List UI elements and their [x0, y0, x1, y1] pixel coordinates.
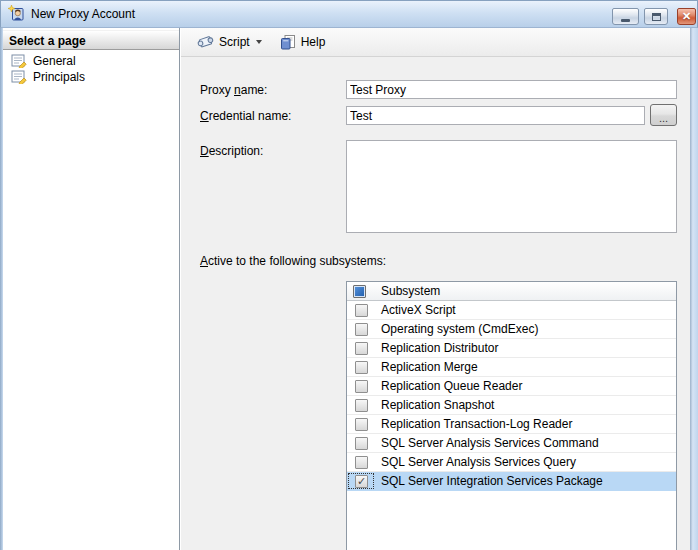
subsystem-label: Replication Transaction-Log Reader: [381, 417, 572, 431]
minimize-button[interactable]: [612, 8, 639, 25]
subsystem-checkbox-cell: [347, 415, 375, 433]
subsystem-label: Replication Merge: [381, 360, 478, 374]
subsystem-checkbox[interactable]: [355, 399, 368, 412]
subsystem-checkbox-cell: [347, 434, 375, 452]
script-icon: [196, 34, 214, 50]
subsystem-row[interactable]: ActiveX Script: [347, 301, 676, 320]
titlebar[interactable]: New Proxy Account: [0, 0, 698, 28]
subsystem-label: Replication Snapshot: [381, 398, 494, 412]
toolbar: Script Help: [181, 28, 690, 57]
page-selector-header: Select a page: [3, 30, 179, 50]
proxy-name-label: Proxy name:: [200, 83, 267, 97]
select-all-checkbox-cell: [347, 282, 375, 300]
subsystem-checkbox-cell: [347, 339, 375, 357]
subsystem-row[interactable]: Replication Merge: [347, 358, 676, 377]
subsystem-row[interactable]: ✓ SQL Server Integration Services Packag…: [347, 472, 676, 491]
sidebar-item-label: General: [33, 54, 76, 68]
credential-browse-button[interactable]: ...: [650, 104, 677, 126]
subsystem-row[interactable]: SQL Server Analysis Services Query: [347, 453, 676, 472]
close-icon: ✕: [682, 10, 691, 23]
subsystems-list: Subsystem ActiveX Script Operating syste…: [346, 281, 677, 550]
subsystem-row[interactable]: Replication Distributor: [347, 339, 676, 358]
subsystem-label: Replication Queue Reader: [381, 379, 522, 393]
subsystem-row[interactable]: SQL Server Analysis Services Command: [347, 434, 676, 453]
select-all-checkbox[interactable]: [353, 285, 366, 298]
subsystem-checkbox[interactable]: ✓: [355, 475, 368, 488]
subsystem-label: Operating system (CmdExec): [381, 322, 538, 336]
script-button[interactable]: Script: [190, 30, 268, 54]
page-icon: [11, 70, 27, 84]
subsystem-checkbox[interactable]: [355, 437, 368, 450]
script-dropdown-icon[interactable]: [256, 40, 262, 44]
help-icon: [280, 34, 296, 50]
subsystem-checkbox-cell: [347, 453, 375, 471]
sidebar-item-principals[interactable]: Principals: [3, 69, 179, 85]
maximize-icon: [652, 13, 661, 21]
page-selector-pane: Select a page General Principals: [3, 28, 180, 550]
subsystem-checkbox[interactable]: [355, 342, 368, 355]
window-border-right: [690, 28, 698, 550]
subsystem-checkbox[interactable]: [355, 361, 368, 374]
subsystem-checkbox[interactable]: [355, 323, 368, 336]
window-title: New Proxy Account: [31, 7, 135, 21]
subsystem-row[interactable]: Replication Queue Reader: [347, 377, 676, 396]
help-button[interactable]: Help: [274, 30, 332, 54]
proxy-name-input[interactable]: [346, 80, 677, 99]
subsystem-label: SQL Server Analysis Services Query: [381, 455, 576, 469]
subsystem-label: SQL Server Integration Services Package: [381, 474, 603, 488]
subsystem-column-header[interactable]: Subsystem: [381, 284, 440, 298]
subsystem-checkbox-cell: ✓: [347, 472, 375, 490]
subsystems-list-body: ActiveX Script Operating system (CmdExec…: [347, 301, 676, 491]
subsystem-row[interactable]: Operating system (CmdExec): [347, 320, 676, 339]
minimize-icon: [621, 19, 630, 22]
credential-name-label: Credential name:: [200, 109, 291, 123]
help-button-label: Help: [301, 35, 326, 49]
subsystem-checkbox[interactable]: [355, 304, 368, 317]
sidebar-item-general[interactable]: General: [3, 53, 179, 69]
description-textarea[interactable]: [346, 140, 677, 233]
subsystem-checkbox-cell: [347, 396, 375, 414]
subsystem-checkbox-cell: [347, 377, 375, 395]
subsystem-row[interactable]: Replication Snapshot: [347, 396, 676, 415]
subsystem-checkbox[interactable]: [355, 380, 368, 393]
window-icon[interactable]: [8, 5, 24, 24]
subsystems-label: Active to the following subsystems:: [200, 254, 386, 268]
subsystems-list-header: Subsystem: [347, 282, 676, 301]
subsystem-checkbox[interactable]: [355, 456, 368, 469]
script-button-label: Script: [219, 35, 250, 49]
sidebar-item-label: Principals: [33, 70, 85, 84]
subsystem-checkbox[interactable]: [355, 418, 368, 431]
page-icon: [11, 54, 27, 68]
description-label: Description:: [200, 144, 263, 158]
subsystem-label: ActiveX Script: [381, 303, 456, 317]
subsystem-row[interactable]: Replication Transaction-Log Reader: [347, 415, 676, 434]
close-button[interactable]: ✕: [677, 8, 696, 25]
subsystem-label: SQL Server Analysis Services Command: [381, 436, 599, 450]
maximize-button[interactable]: [644, 8, 668, 25]
credential-name-input[interactable]: [346, 106, 645, 125]
subsystem-checkbox-cell: [347, 301, 375, 319]
subsystem-label: Replication Distributor: [381, 341, 498, 355]
subsystem-checkbox-cell: [347, 358, 375, 376]
subsystem-checkbox-cell: [347, 320, 375, 338]
